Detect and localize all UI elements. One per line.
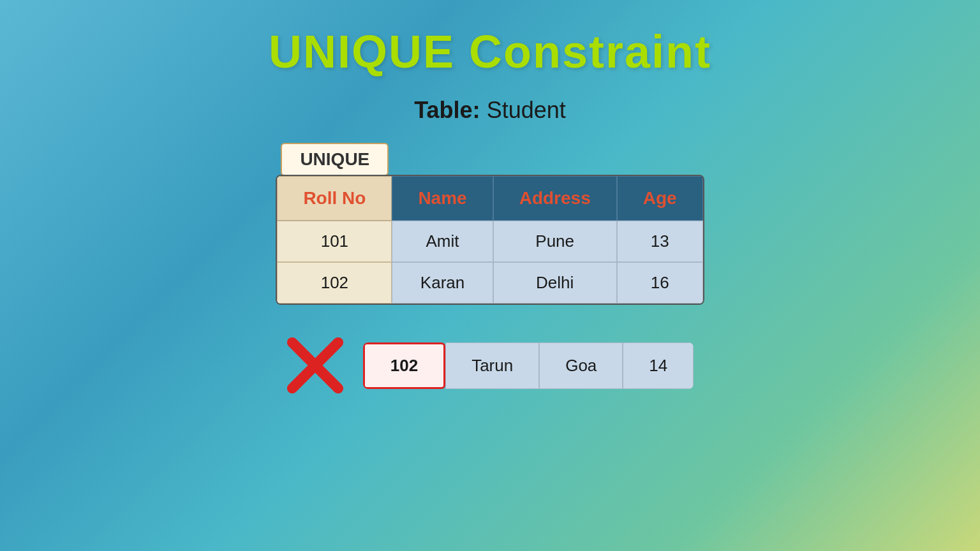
- col-header-address: Address: [493, 176, 617, 221]
- student-table: Roll No Name Address Age 101 Amit Pune 1…: [276, 175, 704, 305]
- cell-name-2: Karan: [392, 262, 493, 304]
- cell-address-1: Pune: [493, 221, 617, 262]
- cell-age-2: 16: [617, 262, 703, 304]
- invalid-cell-age: 14: [623, 342, 694, 389]
- page-title: UNIQUE Constraint: [269, 26, 711, 78]
- table-label-name: Student: [487, 97, 566, 123]
- invalid-cell-rollno: 102: [363, 342, 445, 389]
- col-header-age: Age: [617, 176, 703, 221]
- cell-rollno-1: 101: [277, 221, 392, 262]
- invalid-row-table: 102 Tarun Goa 14: [363, 342, 694, 389]
- col-header-name: Name: [392, 176, 493, 221]
- col-header-rollno: Roll No: [277, 176, 392, 221]
- table-label: Table: Student: [414, 97, 565, 124]
- invalid-row-section: 102 Tarun Goa 14: [286, 337, 694, 394]
- table-label-bold: Table:: [414, 97, 480, 123]
- cell-name-1: Amit: [392, 221, 493, 262]
- cell-address-2: Delhi: [493, 262, 617, 304]
- table-header-row: Roll No Name Address Age: [277, 176, 702, 221]
- table-row: 102 Karan Delhi 16: [277, 262, 702, 304]
- unique-badge: UNIQUE: [281, 143, 389, 176]
- invalid-cell-name: Tarun: [445, 342, 539, 389]
- invalid-cell-address: Goa: [539, 342, 623, 389]
- invalid-table-row: 102 Tarun Goa 14: [363, 342, 694, 389]
- table-row: 101 Amit Pune 13: [277, 221, 702, 262]
- invalid-x-mark: [286, 337, 344, 394]
- cell-rollno-2: 102: [277, 262, 392, 304]
- table-section: UNIQUE Roll No Name Address Age 101 Amit…: [276, 143, 704, 305]
- cell-age-1: 13: [617, 221, 703, 262]
